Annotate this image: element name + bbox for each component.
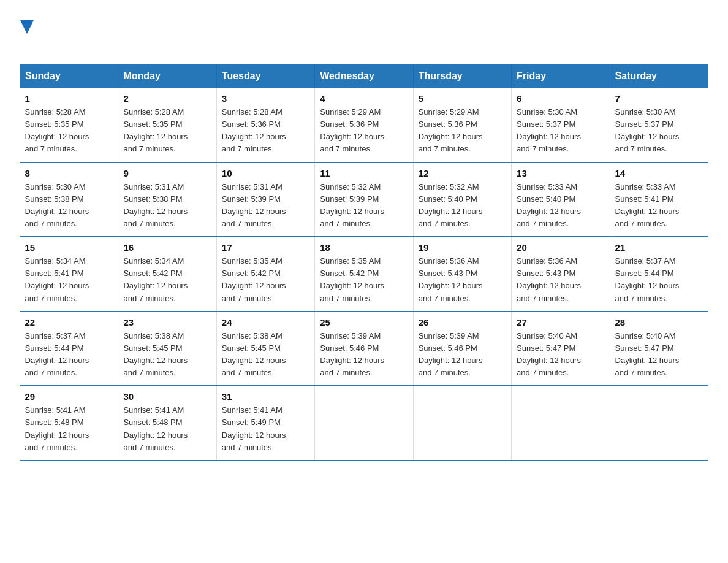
day-number: 19 bbox=[419, 242, 506, 253]
day-detail: Sunrise: 5:34 AMSunset: 5:41 PMDaylight:… bbox=[25, 256, 89, 302]
day-detail: Sunrise: 5:33 AMSunset: 5:41 PMDaylight:… bbox=[615, 182, 680, 228]
table-row bbox=[315, 386, 413, 461]
table-row: 15 Sunrise: 5:34 AMSunset: 5:41 PMDaylig… bbox=[20, 237, 118, 312]
day-detail: Sunrise: 5:30 AMSunset: 5:37 PMDaylight:… bbox=[517, 107, 581, 153]
table-row: 14 Sunrise: 5:33 AMSunset: 5:41 PMDaylig… bbox=[610, 163, 708, 237]
day-number: 4 bbox=[320, 93, 408, 104]
day-detail: Sunrise: 5:32 AMSunset: 5:39 PMDaylight:… bbox=[320, 182, 384, 228]
day-number: 31 bbox=[222, 391, 309, 402]
table-row: 30 Sunrise: 5:41 AMSunset: 5:48 PMDaylig… bbox=[118, 386, 216, 461]
calendar-table: Sunday Monday Tuesday Wednesday Thursday… bbox=[20, 64, 708, 461]
table-row: 11 Sunrise: 5:32 AMSunset: 5:39 PMDaylig… bbox=[315, 163, 413, 237]
day-number: 1 bbox=[25, 93, 113, 104]
day-number: 8 bbox=[25, 168, 113, 178]
day-number: 6 bbox=[517, 93, 604, 104]
svg-marker-0 bbox=[20, 20, 34, 34]
calendar-header-row: Sunday Monday Tuesday Wednesday Thursday… bbox=[20, 64, 708, 88]
table-row: 26 Sunrise: 5:39 AMSunset: 5:46 PMDaylig… bbox=[413, 312, 511, 386]
day-number: 21 bbox=[615, 242, 703, 253]
day-detail: Sunrise: 5:31 AMSunset: 5:38 PMDaylight:… bbox=[123, 182, 188, 228]
table-row: 20 Sunrise: 5:36 AMSunset: 5:43 PMDaylig… bbox=[512, 237, 610, 312]
day-detail: Sunrise: 5:35 AMSunset: 5:42 PMDaylight:… bbox=[320, 256, 384, 302]
day-number: 11 bbox=[320, 168, 408, 178]
day-detail: Sunrise: 5:41 AMSunset: 5:48 PMDaylight:… bbox=[123, 405, 188, 451]
table-row: 29 Sunrise: 5:41 AMSunset: 5:48 PMDaylig… bbox=[20, 386, 118, 461]
col-sunday: Sunday bbox=[20, 64, 118, 88]
day-number: 25 bbox=[320, 317, 408, 327]
col-tuesday: Tuesday bbox=[216, 64, 314, 88]
table-row: 12 Sunrise: 5:32 AMSunset: 5:40 PMDaylig… bbox=[413, 163, 511, 237]
day-detail: Sunrise: 5:35 AMSunset: 5:42 PMDaylight:… bbox=[222, 256, 286, 302]
day-detail: Sunrise: 5:30 AMSunset: 5:37 PMDaylight:… bbox=[615, 107, 680, 153]
table-row: 22 Sunrise: 5:37 AMSunset: 5:44 PMDaylig… bbox=[20, 312, 118, 386]
day-number: 29 bbox=[25, 391, 113, 402]
day-detail: Sunrise: 5:37 AMSunset: 5:44 PMDaylight:… bbox=[25, 331, 89, 377]
table-row: 3 Sunrise: 5:28 AMSunset: 5:36 PMDayligh… bbox=[216, 88, 314, 163]
col-wednesday: Wednesday bbox=[315, 64, 413, 88]
day-number: 10 bbox=[222, 168, 309, 178]
day-detail: Sunrise: 5:28 AMSunset: 5:35 PMDaylight:… bbox=[123, 107, 188, 153]
day-number: 30 bbox=[123, 391, 211, 402]
table-row: 2 Sunrise: 5:28 AMSunset: 5:35 PMDayligh… bbox=[118, 88, 216, 163]
table-row: 10 Sunrise: 5:31 AMSunset: 5:39 PMDaylig… bbox=[216, 163, 314, 237]
day-number: 13 bbox=[517, 168, 604, 178]
day-number: 3 bbox=[222, 93, 309, 104]
day-number: 14 bbox=[615, 168, 703, 178]
day-number: 12 bbox=[419, 168, 506, 178]
day-detail: Sunrise: 5:38 AMSunset: 5:45 PMDaylight:… bbox=[222, 331, 286, 377]
day-number: 23 bbox=[123, 317, 211, 327]
day-number: 16 bbox=[123, 242, 211, 253]
table-row: 1 Sunrise: 5:28 AMSunset: 5:35 PMDayligh… bbox=[20, 88, 118, 163]
table-row: 6 Sunrise: 5:30 AMSunset: 5:37 PMDayligh… bbox=[512, 88, 610, 163]
col-friday: Friday bbox=[512, 64, 610, 88]
table-row: 8 Sunrise: 5:30 AMSunset: 5:38 PMDayligh… bbox=[20, 163, 118, 237]
day-number: 24 bbox=[222, 317, 309, 327]
table-row: 9 Sunrise: 5:31 AMSunset: 5:38 PMDayligh… bbox=[118, 163, 216, 237]
day-detail: Sunrise: 5:33 AMSunset: 5:40 PMDaylight:… bbox=[517, 182, 581, 228]
calendar-week-row: 29 Sunrise: 5:41 AMSunset: 5:48 PMDaylig… bbox=[20, 386, 708, 461]
day-number: 7 bbox=[615, 93, 703, 104]
day-number: 28 bbox=[615, 317, 703, 327]
table-row: 4 Sunrise: 5:29 AMSunset: 5:36 PMDayligh… bbox=[315, 88, 413, 163]
day-detail: Sunrise: 5:40 AMSunset: 5:47 PMDaylight:… bbox=[517, 331, 581, 377]
table-row: 17 Sunrise: 5:35 AMSunset: 5:42 PMDaylig… bbox=[216, 237, 314, 312]
table-row: 16 Sunrise: 5:34 AMSunset: 5:42 PMDaylig… bbox=[118, 237, 216, 312]
col-thursday: Thursday bbox=[413, 64, 511, 88]
table-row: 25 Sunrise: 5:39 AMSunset: 5:46 PMDaylig… bbox=[315, 312, 413, 386]
page-header bbox=[20, 15, 708, 53]
day-detail: Sunrise: 5:36 AMSunset: 5:43 PMDaylight:… bbox=[517, 256, 581, 302]
table-row: 28 Sunrise: 5:40 AMSunset: 5:47 PMDaylig… bbox=[610, 312, 708, 386]
day-detail: Sunrise: 5:41 AMSunset: 5:48 PMDaylight:… bbox=[25, 405, 89, 451]
day-detail: Sunrise: 5:37 AMSunset: 5:44 PMDaylight:… bbox=[615, 256, 680, 302]
day-number: 18 bbox=[320, 242, 408, 253]
day-detail: Sunrise: 5:28 AMSunset: 5:36 PMDaylight:… bbox=[222, 107, 286, 153]
day-detail: Sunrise: 5:29 AMSunset: 5:36 PMDaylight:… bbox=[419, 107, 483, 153]
day-detail: Sunrise: 5:40 AMSunset: 5:47 PMDaylight:… bbox=[615, 331, 680, 377]
day-number: 2 bbox=[123, 93, 211, 104]
col-monday: Monday bbox=[118, 64, 216, 88]
table-row bbox=[413, 386, 511, 461]
table-row: 24 Sunrise: 5:38 AMSunset: 5:45 PMDaylig… bbox=[216, 312, 314, 386]
day-number: 9 bbox=[123, 168, 211, 178]
day-number: 26 bbox=[419, 317, 506, 327]
day-detail: Sunrise: 5:32 AMSunset: 5:40 PMDaylight:… bbox=[419, 182, 483, 228]
day-number: 15 bbox=[25, 242, 113, 253]
day-detail: Sunrise: 5:31 AMSunset: 5:39 PMDaylight:… bbox=[222, 182, 286, 228]
day-detail: Sunrise: 5:39 AMSunset: 5:46 PMDaylight:… bbox=[419, 331, 483, 377]
day-number: 20 bbox=[517, 242, 604, 253]
table-row: 13 Sunrise: 5:33 AMSunset: 5:40 PMDaylig… bbox=[512, 163, 610, 237]
day-detail: Sunrise: 5:39 AMSunset: 5:46 PMDaylight:… bbox=[320, 331, 384, 377]
calendar-week-row: 8 Sunrise: 5:30 AMSunset: 5:38 PMDayligh… bbox=[20, 163, 708, 237]
table-row: 27 Sunrise: 5:40 AMSunset: 5:47 PMDaylig… bbox=[512, 312, 610, 386]
table-row: 31 Sunrise: 5:41 AMSunset: 5:49 PMDaylig… bbox=[216, 386, 314, 461]
day-detail: Sunrise: 5:38 AMSunset: 5:45 PMDaylight:… bbox=[123, 331, 188, 377]
day-number: 5 bbox=[419, 93, 506, 104]
table-row: 21 Sunrise: 5:37 AMSunset: 5:44 PMDaylig… bbox=[610, 237, 708, 312]
table-row: 19 Sunrise: 5:36 AMSunset: 5:43 PMDaylig… bbox=[413, 237, 511, 312]
day-number: 22 bbox=[25, 317, 113, 327]
logo bbox=[20, 15, 34, 53]
table-row bbox=[512, 386, 610, 461]
day-detail: Sunrise: 5:36 AMSunset: 5:43 PMDaylight:… bbox=[419, 256, 483, 302]
table-row: 5 Sunrise: 5:29 AMSunset: 5:36 PMDayligh… bbox=[413, 88, 511, 163]
logo-wordmark bbox=[20, 15, 34, 53]
